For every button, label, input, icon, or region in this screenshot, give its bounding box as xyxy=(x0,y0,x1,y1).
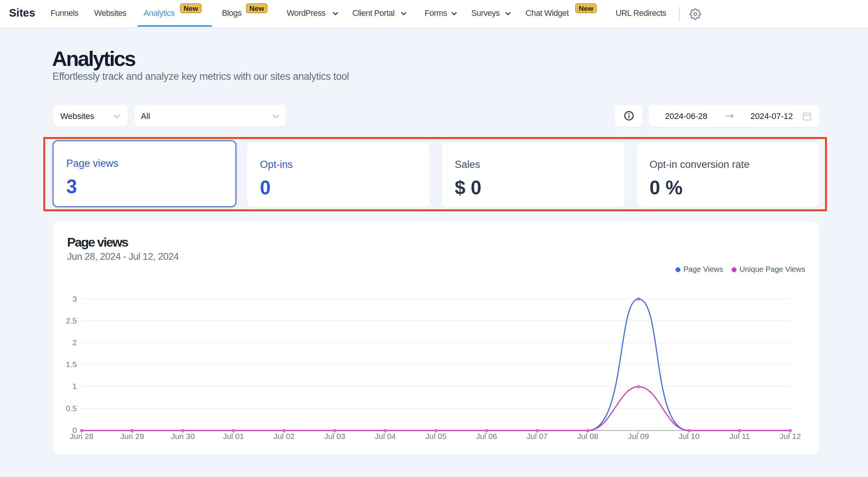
svg-text:Jul 02: Jul 02 xyxy=(274,432,295,440)
svg-text:Jul 03: Jul 03 xyxy=(324,432,345,440)
svg-text:Jun 28: Jun 28 xyxy=(70,432,93,440)
svg-text:2.5: 2.5 xyxy=(66,316,77,325)
svg-text:0.5: 0.5 xyxy=(66,404,77,413)
svg-text:Jul 06: Jul 06 xyxy=(476,432,497,440)
svg-text:Jul 05: Jul 05 xyxy=(425,432,446,440)
svg-text:1.5: 1.5 xyxy=(66,360,77,369)
svg-text:Jul 12: Jul 12 xyxy=(780,432,801,440)
svg-text:Jul 04: Jul 04 xyxy=(375,432,396,440)
svg-text:3: 3 xyxy=(72,294,77,303)
svg-text:1: 1 xyxy=(72,382,77,390)
svg-text:Jul 07: Jul 07 xyxy=(527,432,548,440)
svg-text:Jul 08: Jul 08 xyxy=(577,432,598,440)
svg-text:Jul 10: Jul 10 xyxy=(679,432,700,440)
svg-text:Jul 11: Jul 11 xyxy=(729,432,750,440)
svg-text:2: 2 xyxy=(72,338,77,347)
svg-text:Jul 01: Jul 01 xyxy=(223,432,244,440)
svg-text:Jun 30: Jun 30 xyxy=(171,432,195,440)
svg-text:Jul 09: Jul 09 xyxy=(628,432,649,440)
svg-text:Jun 29: Jun 29 xyxy=(120,432,144,440)
